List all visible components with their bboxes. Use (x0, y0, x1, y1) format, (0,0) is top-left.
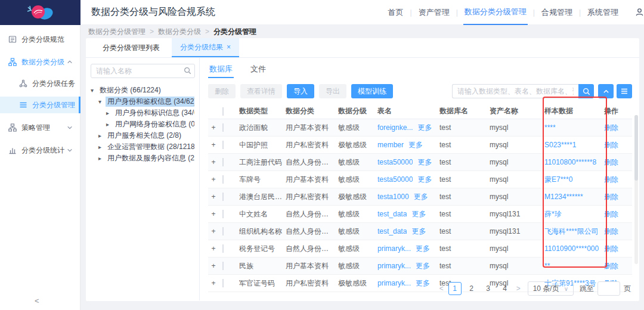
table-name-link[interactable]: test_data (377, 210, 407, 218)
cell-sample-data[interactable]: 11010900****000 (544, 244, 604, 253)
more-link[interactable]: 更多 (417, 157, 432, 168)
cell-sample-data[interactable]: 11010800******8 (544, 158, 604, 166)
user-icon[interactable] (635, 8, 644, 17)
row-expander[interactable]: + (208, 141, 222, 149)
caret-right-icon[interactable]: ▸ (98, 132, 106, 139)
row-expander[interactable]: + (208, 158, 222, 166)
delete-link[interactable]: 删除 (604, 192, 630, 202)
row-checkbox[interactable] (222, 244, 224, 253)
nav-item-2[interactable]: 资产管理 (417, 0, 451, 25)
caret-down-icon[interactable]: ▾ (91, 87, 98, 94)
breadcrumb-item[interactable]: 数据分类分级管理 (88, 27, 145, 37)
table-name-link[interactable]: foreignke... (377, 123, 413, 132)
delete-link[interactable]: 删除 (604, 261, 630, 271)
page-number-1[interactable]: 1 (448, 282, 462, 295)
delete-link[interactable]: 删除 (604, 123, 630, 133)
search-icon[interactable] (578, 84, 594, 98)
tree-search-input[interactable] (91, 64, 195, 78)
tab-2[interactable]: 分类分级结果× (172, 38, 239, 57)
delete-link[interactable]: 删除 (604, 244, 630, 254)
sidebar-item-3[interactable]: 分类分级任务 (0, 75, 80, 92)
table-name-link[interactable]: primaryk... (377, 262, 411, 270)
row-expander[interactable]: + (208, 262, 222, 270)
jump-input[interactable] (597, 281, 620, 296)
caret-right-icon[interactable]: ▸ (106, 121, 113, 128)
row-expander[interactable]: + (208, 210, 222, 218)
row-checkbox[interactable] (222, 141, 224, 149)
sidebar-item-6[interactable]: 分类分级统计 (0, 142, 80, 159)
row-checkbox[interactable] (222, 193, 224, 201)
row-checkbox[interactable] (222, 227, 224, 235)
page-size-select[interactable]: 10 条/页∨ (528, 281, 574, 296)
cell-sample-data[interactable]: **** (544, 123, 604, 132)
page-number-2[interactable]: 2 (465, 282, 478, 295)
sidebar-item-2[interactable]: 数据分类分级 (0, 54, 80, 70)
delete-link[interactable]: 删除 (604, 227, 630, 237)
page-number-4[interactable]: 4 (499, 282, 512, 295)
row-expander[interactable]: + (208, 175, 222, 184)
delete-link[interactable]: 删除 (604, 140, 630, 150)
table-name-link[interactable]: testa50000 (377, 175, 413, 184)
close-icon[interactable]: × (227, 43, 231, 51)
row-expander[interactable]: + (208, 279, 222, 287)
more-link[interactable]: 更多 (411, 209, 426, 219)
select-all-checkbox[interactable] (222, 107, 224, 116)
more-link[interactable]: 更多 (416, 244, 430, 254)
more-link[interactable]: 更多 (417, 123, 432, 133)
toolbar-button-5[interactable]: 模型训练 (351, 84, 393, 98)
more-link[interactable]: 更多 (416, 261, 430, 271)
source-tab-1[interactable]: 数据库 (208, 64, 234, 78)
brand-logo[interactable] (0, 0, 80, 25)
caret-down-icon[interactable]: ▾ (98, 98, 106, 105)
cell-sample-data[interactable]: S023****1 (544, 141, 604, 149)
row-expander[interactable]: + (208, 193, 222, 201)
search-icon[interactable] (184, 67, 191, 76)
sidebar-item-4[interactable]: 分类分级管理 (0, 97, 80, 113)
row-checkbox[interactable] (222, 123, 224, 132)
row-expander[interactable]: + (208, 123, 222, 132)
tab-1[interactable]: 分类分级管理列表 (94, 38, 168, 57)
sidebar-collapse-button[interactable]: < (35, 296, 39, 305)
nav-item-1[interactable]: 首页 (387, 0, 405, 25)
page-number-3[interactable]: 3 (482, 282, 495, 295)
breadcrumb-item[interactable]: 数据分类分级 (158, 27, 201, 37)
delete-link[interactable]: 删除 (604, 157, 630, 168)
table-name-link[interactable]: primaryk... (377, 244, 411, 253)
scrollbar[interactable] (634, 115, 638, 264)
cell-sample-data[interactable]: M1234****** (544, 193, 604, 201)
table-name-link[interactable]: primaryk... (377, 279, 411, 287)
table-name-link[interactable]: member (377, 141, 404, 149)
chevron-up-icon[interactable] (598, 84, 614, 98)
table-name-link[interactable]: test_data (377, 227, 407, 235)
tree-node-2[interactable]: ▾用户身份和鉴权信息 (34/62) (91, 97, 194, 107)
more-link[interactable]: 更多 (408, 140, 423, 150)
nav-item-3[interactable]: 数据分类分级管理 (463, 0, 528, 25)
nav-item-4[interactable]: 合规管理 (540, 0, 574, 25)
table-name-link[interactable]: testa50000 (377, 158, 413, 166)
cell-sample-data[interactable]: 薛*珍 (544, 209, 604, 219)
caret-right-icon[interactable]: ▸ (98, 155, 106, 162)
table-search-input[interactable] (452, 84, 578, 98)
more-link[interactable]: 更多 (416, 278, 430, 289)
sidebar-item-5[interactable]: 策略管理 (0, 119, 80, 136)
cell-sample-data[interactable]: 飞海科****限公司 (544, 227, 604, 237)
row-expander[interactable]: + (208, 244, 222, 253)
row-checkbox[interactable] (222, 158, 224, 166)
toolbar-button-3[interactable]: 导入 (287, 84, 314, 98)
more-link[interactable]: 更多 (411, 227, 426, 237)
more-link[interactable]: 更多 (417, 175, 432, 185)
nav-item-5[interactable]: 系统管理 (586, 0, 620, 25)
tree-node-7[interactable]: ▸用户数据及服务内容信息 (2/8) (91, 153, 194, 163)
caret-right-icon[interactable]: ▸ (98, 144, 106, 150)
caret-right-icon[interactable]: ▸ (106, 110, 113, 116)
table-name-link[interactable]: testa1000 (377, 193, 409, 201)
row-checkbox[interactable] (222, 279, 224, 287)
next-page-button[interactable]: > (515, 284, 522, 293)
tree-node-3[interactable]: ▸用户身份和标识信息 (34/62) (91, 108, 194, 118)
more-link[interactable]: 更多 (414, 192, 428, 202)
row-checkbox[interactable] (222, 175, 224, 184)
tree-node-1[interactable]: ▾数据分类 (66/1224) (91, 85, 194, 95)
tree-node-5[interactable]: ▸用户服务相关信息 (2/8) (91, 131, 194, 141)
prev-page-button[interactable]: < (438, 284, 445, 293)
cell-sample-data[interactable]: 蒙E7***0 (544, 175, 604, 185)
